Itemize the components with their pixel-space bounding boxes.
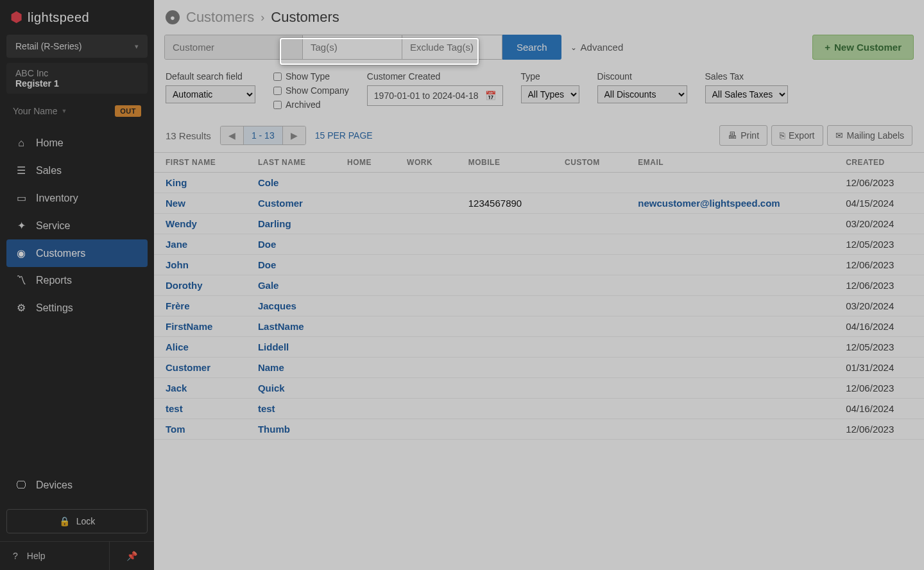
table-cell-first[interactable]: Jane bbox=[154, 234, 246, 255]
table-cell-first[interactable]: King bbox=[154, 173, 246, 193]
nav-customers[interactable]: ◉Customers bbox=[6, 239, 148, 267]
pin-button[interactable]: 📌 bbox=[109, 542, 154, 570]
archived-checkbox[interactable]: Archived bbox=[273, 99, 349, 110]
lock-label: Lock bbox=[76, 516, 96, 526]
table-cell-mobile bbox=[457, 337, 553, 358]
nav-devices[interactable]: 🖵Devices bbox=[6, 472, 148, 499]
table-row: CustomerName01/31/2024 bbox=[154, 358, 924, 378]
nav-service[interactable]: ✦Service bbox=[6, 212, 148, 239]
advanced-toggle[interactable]: ⌄ Advanced bbox=[561, 35, 633, 60]
table-cell-last[interactable]: Doe bbox=[246, 255, 336, 275]
help-label: Help bbox=[27, 551, 46, 561]
company-name: ABC Inc bbox=[15, 68, 139, 78]
table-cell-first[interactable]: New bbox=[154, 193, 246, 214]
nav-sales[interactable]: ☰Sales bbox=[6, 157, 148, 184]
table-cell-mobile bbox=[457, 316, 553, 337]
discount-select[interactable]: All Discounts bbox=[597, 85, 687, 103]
table-header[interactable]: WORK bbox=[395, 153, 457, 173]
search-button[interactable]: Search bbox=[502, 35, 561, 60]
date-range-input[interactable]: 1970-01-01 to 2024-04-18 📅 bbox=[367, 85, 503, 106]
help-button[interactable]: ? Help bbox=[0, 542, 109, 570]
table-cell-first[interactable]: FirstName bbox=[154, 316, 246, 337]
table-header[interactable]: EMAIL bbox=[626, 153, 834, 173]
export-button[interactable]: ⎘Export bbox=[771, 125, 823, 146]
table-cell-last[interactable]: Cole bbox=[246, 173, 336, 193]
table-cell-last[interactable]: Gale bbox=[246, 275, 336, 296]
table-cell-last[interactable]: Customer bbox=[246, 193, 336, 214]
nav-home[interactable]: ⌂Home bbox=[6, 130, 148, 157]
print-button[interactable]: 🖶Print bbox=[719, 125, 767, 146]
table-cell-last[interactable]: Thumb bbox=[246, 419, 336, 440]
status-badge[interactable]: OUT bbox=[115, 105, 141, 117]
filter-label: Type bbox=[521, 71, 579, 82]
table-cell-created: 04/16/2024 bbox=[834, 399, 924, 419]
lock-button[interactable]: 🔒 Lock bbox=[6, 509, 148, 533]
nav-label: Home bbox=[36, 137, 64, 149]
table-cell-last[interactable]: LastName bbox=[246, 316, 336, 337]
per-page-selector[interactable]: 15 PER PAGE bbox=[315, 130, 373, 141]
pager-next-button[interactable]: ▶ bbox=[283, 126, 305, 144]
customer-search-input[interactable] bbox=[165, 35, 303, 59]
exclude-tags-input[interactable] bbox=[402, 35, 502, 59]
table-cell-custom bbox=[553, 296, 626, 316]
pager-prev-button[interactable]: ◀ bbox=[221, 126, 244, 144]
table-header[interactable]: CREATED bbox=[834, 153, 924, 173]
table-cell-last[interactable]: Name bbox=[246, 358, 336, 378]
table-cell-first[interactable]: John bbox=[154, 255, 246, 275]
table-header[interactable]: CUSTOM bbox=[553, 153, 626, 173]
table-header[interactable]: HOME bbox=[336, 153, 395, 173]
table-cell-home bbox=[336, 419, 395, 440]
table-cell-email bbox=[626, 173, 834, 193]
new-customer-button[interactable]: + New Customer bbox=[812, 35, 914, 60]
salestax-select[interactable]: All Sales Taxes bbox=[705, 85, 788, 103]
table-cell-custom bbox=[553, 173, 626, 193]
nav-reports[interactable]: 〽Reports bbox=[6, 267, 148, 294]
table-cell-custom bbox=[553, 419, 626, 440]
customers-table: FIRST NAMELAST NAMEHOMEWORKMOBILECUSTOME… bbox=[154, 153, 924, 440]
table-cell-first[interactable]: test bbox=[154, 399, 246, 419]
table-cell-first[interactable]: Frère bbox=[154, 296, 246, 316]
breadcrumb-parent[interactable]: Customers bbox=[186, 9, 254, 26]
table-cell-last[interactable]: Doe bbox=[246, 234, 336, 255]
table-cell-first[interactable]: Alice bbox=[154, 337, 246, 358]
table-cell-first[interactable]: Jack bbox=[154, 378, 246, 399]
nav-inventory[interactable]: ▭Inventory bbox=[6, 184, 148, 212]
table-cell-last[interactable]: test bbox=[246, 399, 336, 419]
table-header[interactable]: MOBILE bbox=[457, 153, 553, 173]
user-menu[interactable]: Your Name ▼ bbox=[13, 106, 67, 116]
default-field-select[interactable]: Automatic bbox=[166, 85, 255, 103]
table-cell-last[interactable]: Liddell bbox=[246, 337, 336, 358]
company-box[interactable]: ABC Inc Register 1 bbox=[6, 63, 148, 94]
breadcrumb: ● Customers › Customers bbox=[154, 0, 924, 35]
table-cell-email[interactable]: newcustomer@lightspeed.com bbox=[626, 193, 834, 214]
pin-icon: 📌 bbox=[126, 551, 137, 561]
nav-label: Service bbox=[36, 220, 70, 232]
table-cell-work bbox=[395, 399, 457, 419]
table-cell-created: 03/20/2024 bbox=[834, 296, 924, 316]
table-header[interactable]: FIRST NAME bbox=[154, 153, 246, 173]
table-cell-email bbox=[626, 234, 834, 255]
plus-icon: + bbox=[825, 42, 830, 53]
table-cell-first[interactable]: Tom bbox=[154, 419, 246, 440]
show-company-checkbox[interactable]: Show Company bbox=[273, 85, 349, 96]
table-row: TomThumb12/06/2023 bbox=[154, 419, 924, 440]
type-select[interactable]: All Types bbox=[521, 85, 579, 103]
table-cell-custom bbox=[553, 255, 626, 275]
show-type-checkbox[interactable]: Show Type bbox=[273, 71, 349, 82]
tags-input[interactable] bbox=[303, 35, 402, 59]
help-icon: ? bbox=[13, 551, 18, 561]
chart-icon: 〽 bbox=[15, 275, 27, 286]
table-cell-first[interactable]: Dorothy bbox=[154, 275, 246, 296]
table-header[interactable]: LAST NAME bbox=[246, 153, 336, 173]
table-cell-last[interactable]: Jacques bbox=[246, 296, 336, 316]
table-cell-first[interactable]: Customer bbox=[154, 358, 246, 378]
table-cell-last[interactable]: Darling bbox=[246, 214, 336, 234]
table-cell-email bbox=[626, 337, 834, 358]
table-cell-last[interactable]: Quick bbox=[246, 378, 336, 399]
mailing-labels-button[interactable]: ✉Mailing Labels bbox=[827, 125, 913, 146]
retail-selector[interactable]: Retail (R-Series) ▾ bbox=[6, 35, 148, 58]
filter-label: Customer Created bbox=[367, 71, 503, 82]
table-cell-first[interactable]: Wendy bbox=[154, 214, 246, 234]
nav-settings[interactable]: ⚙Settings bbox=[6, 294, 148, 322]
filter-label: Discount bbox=[597, 71, 687, 82]
